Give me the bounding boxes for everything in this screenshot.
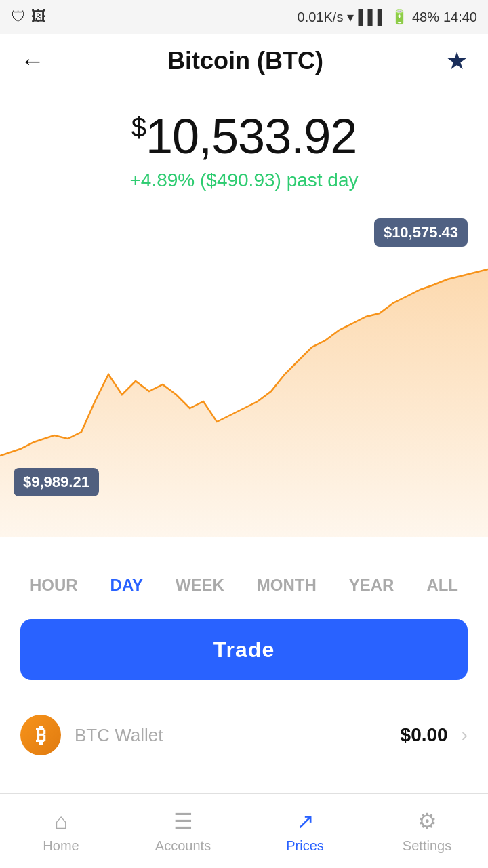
nav-label-prices: Prices: [286, 838, 324, 854]
time-btn-hour[interactable]: HOUR: [23, 572, 85, 599]
time-btn-all[interactable]: ALL: [420, 572, 465, 599]
wallet-value: $0.00: [401, 724, 448, 746]
back-button[interactable]: ←: [20, 47, 45, 75]
favorite-button[interactable]: ★: [446, 47, 468, 75]
home-icon: ⌂: [54, 809, 67, 834]
nav-item-home[interactable]: ⌂ Home: [0, 809, 122, 854]
chart-tooltip-high: $10,575.43: [374, 218, 468, 247]
price-display: $10,533.92: [14, 108, 474, 164]
btc-wallet-icon: ₿: [20, 715, 61, 755]
status-left: 🛡 🖼: [11, 8, 46, 26]
status-bar: 🛡 🖼 0.01K/s ▾ ▌▌▌ 🔋 48% 14:40: [0, 0, 488, 34]
wallet-label: BTC Wallet: [75, 725, 387, 746]
chart-svg: [0, 198, 488, 551]
clock: 14:40: [443, 9, 477, 25]
nav-label-accounts: Accounts: [155, 838, 211, 854]
currency-symbol: $: [131, 112, 146, 142]
status-right: 0.01K/s ▾ ▌▌▌ 🔋 48% 14:40: [298, 9, 477, 25]
wallet-row[interactable]: ₿ BTC Wallet $0.00 ›: [0, 701, 488, 769]
chevron-right-icon: ›: [462, 724, 468, 746]
header: ← Bitcoin (BTC) ★: [0, 34, 488, 88]
price-chart: $10,575.43 $9,989.21: [0, 198, 488, 551]
wifi-icon: ▾: [347, 9, 354, 25]
trade-section: Trade: [0, 619, 488, 701]
price-section: $10,533.92 +4.89% ($490.93) past day: [0, 88, 488, 198]
battery-icon: 🔋: [391, 9, 408, 25]
nav-item-settings[interactable]: ⚙ Settings: [366, 808, 488, 854]
prices-icon: ↗: [296, 808, 314, 834]
time-btn-month[interactable]: MONTH: [250, 572, 323, 599]
trade-button[interactable]: Trade: [20, 619, 468, 680]
nav-item-prices[interactable]: ↗ Prices: [244, 808, 366, 854]
price-change: +4.89% ($490.93) past day: [14, 170, 474, 191]
price-amount: 10,533.92: [146, 109, 357, 163]
chart-tooltip-low: $9,989.21: [14, 468, 99, 496]
bottom-nav: ⌂ Home ☰ Accounts ↗ Prices ⚙ Settings: [0, 793, 488, 868]
nav-label-home: Home: [43, 838, 79, 854]
accounts-icon: ☰: [174, 808, 193, 834]
nav-label-settings: Settings: [403, 838, 451, 854]
time-btn-year[interactable]: YEAR: [342, 572, 401, 599]
time-range-selector: HOUR DAY WEEK MONTH YEAR ALL: [0, 551, 488, 619]
nav-item-accounts[interactable]: ☰ Accounts: [122, 808, 244, 854]
image-icon: 🖼: [31, 8, 46, 26]
page-title: Bitcoin (BTC): [167, 47, 323, 75]
battery-percent: 48%: [412, 9, 439, 25]
signal-icon: ▌▌▌: [358, 9, 387, 25]
shield-icon: 🛡: [11, 8, 26, 26]
settings-icon: ⚙: [418, 808, 437, 834]
speed-indicator: 0.01K/s: [298, 9, 344, 25]
time-btn-day[interactable]: DAY: [104, 572, 150, 599]
time-btn-week[interactable]: WEEK: [169, 572, 231, 599]
